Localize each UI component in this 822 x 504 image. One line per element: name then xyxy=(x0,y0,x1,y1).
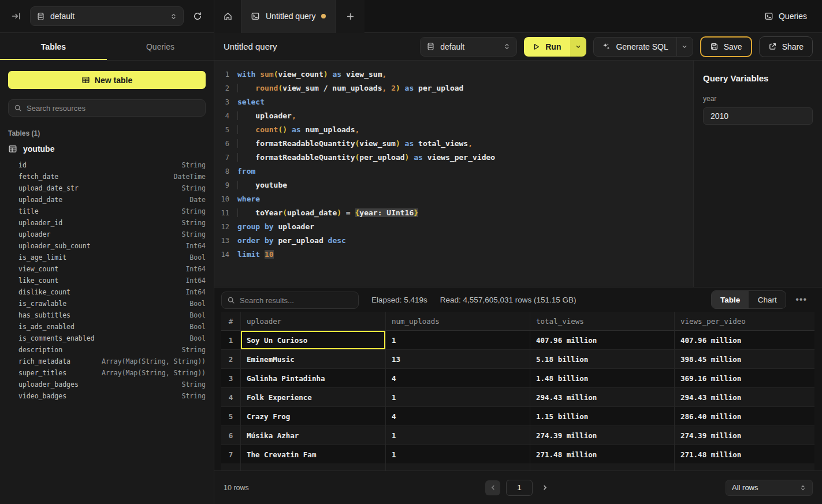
table-cell[interactable]: 286.40 million xyxy=(675,407,814,426)
results-toolbar: Elapsed: 5.419s Read: 4,557,605,031 rows… xyxy=(214,288,822,312)
row-index-cell[interactable]: 1 xyxy=(221,331,241,350)
chevron-down-icon xyxy=(575,43,582,50)
column-item[interactable]: is_comments_enabledBool xyxy=(8,333,206,344)
column-header-index[interactable]: # xyxy=(221,312,241,331)
table-cell[interactable]: 398.45 million xyxy=(675,350,814,369)
column-type: String xyxy=(181,184,206,192)
table-cell[interactable]: 4 xyxy=(386,369,530,388)
column-item[interactable]: uploader_sub_countInt64 xyxy=(8,240,206,252)
new-table-button[interactable]: New table xyxy=(8,71,206,89)
database-selector[interactable]: default xyxy=(30,6,184,26)
save-button[interactable]: Save xyxy=(700,36,752,57)
table-cell[interactable]: 13 xyxy=(386,350,530,369)
table-cell[interactable]: EminemMusic xyxy=(241,350,386,369)
query-variables-title: Query Variables xyxy=(703,73,813,83)
column-header-views-per-video[interactable]: views_per_video xyxy=(675,312,814,331)
column-item[interactable]: descriptionString xyxy=(8,344,206,356)
query-database-selector[interactable]: default xyxy=(420,37,517,57)
table-cell[interactable]: 271.48 million xyxy=(530,445,675,464)
column-item[interactable]: is_age_limitBool xyxy=(8,252,206,263)
table-cell[interactable]: 1.48 billion xyxy=(530,369,675,388)
row-index-cell[interactable]: 4 xyxy=(221,388,241,407)
table-item-youtube[interactable]: youtube xyxy=(8,144,206,154)
table-cell[interactable]: Músika Azhar xyxy=(241,426,386,445)
column-item[interactable]: view_countInt64 xyxy=(8,263,206,275)
share-button[interactable]: Share xyxy=(759,36,813,57)
table-cell[interactable]: 1.15 billion xyxy=(530,407,675,426)
column-item[interactable]: has_subtitlesBool xyxy=(8,309,206,321)
refresh-button[interactable] xyxy=(189,8,206,24)
view-toggle-chart[interactable]: Chart xyxy=(749,291,786,308)
column-item[interactable]: dislike_countInt64 xyxy=(8,286,206,298)
table-cell[interactable]: 1 xyxy=(386,426,530,445)
table-cell[interactable]: Soy Un Curioso xyxy=(241,331,386,350)
table-cell[interactable]: 5.18 billion xyxy=(530,350,675,369)
column-header-uploader[interactable]: uploader xyxy=(241,312,386,331)
home-button[interactable] xyxy=(214,0,241,33)
table-cell[interactable]: Galinha Pintadinha xyxy=(241,369,386,388)
code-line: 5 count() as num_uploads, xyxy=(214,123,693,137)
queries-button[interactable]: Queries xyxy=(764,12,807,21)
collapse-sidebar-button[interactable] xyxy=(8,8,24,24)
column-item[interactable]: uploader_badgesString xyxy=(8,379,206,390)
column-name: uploader_sub_count xyxy=(18,242,91,250)
table-cell[interactable]: 271.48 million xyxy=(675,445,814,464)
table-cell[interactable]: Crazy Frog xyxy=(241,407,386,426)
column-header-total-views[interactable]: total_views xyxy=(530,312,675,331)
current-page-indicator[interactable]: 1 xyxy=(506,480,533,496)
table-cell[interactable]: 274.39 million xyxy=(675,426,814,445)
line-number: 5 xyxy=(214,123,229,137)
variable-input-year[interactable] xyxy=(703,107,813,125)
column-item[interactable]: titleString xyxy=(8,206,206,217)
share-button-label: Share xyxy=(782,42,804,51)
table-cell[interactable]: 294.43 million xyxy=(675,388,814,407)
column-item[interactable]: is_crawlableBool xyxy=(8,298,206,309)
column-item[interactable]: super_titlesArray(Map(String, String)) xyxy=(8,367,206,379)
column-item[interactable]: video_badgesString xyxy=(8,390,206,402)
column-item[interactable]: like_countInt64 xyxy=(8,275,206,286)
page-size-selector[interactable]: All rows xyxy=(726,480,813,496)
row-index-cell[interactable]: 2 xyxy=(221,350,241,369)
new-tab-button[interactable] xyxy=(336,0,364,33)
table-cell[interactable]: 407.96 million xyxy=(530,331,675,350)
column-item[interactable]: uploaderString xyxy=(8,229,206,240)
column-item[interactable]: rich_metadataArray(Map(String, String)) xyxy=(8,356,206,367)
column-item[interactable]: fetch_dateDateTime xyxy=(8,171,206,182)
generate-sql-options-button[interactable] xyxy=(676,38,693,56)
row-index-cell[interactable]: 3 xyxy=(221,369,241,388)
table-cell[interactable]: The Crevatin Fam xyxy=(241,445,386,464)
table-cell[interactable]: 407.96 million xyxy=(675,331,814,350)
results-search-input[interactable] xyxy=(240,296,353,305)
run-options-button[interactable] xyxy=(570,37,586,57)
table-cell[interactable]: 369.16 million xyxy=(675,369,814,388)
next-page-button[interactable] xyxy=(538,480,551,495)
table-cell[interactable]: 4 xyxy=(386,407,530,426)
database-icon xyxy=(36,12,45,21)
table-cell[interactable]: 1 xyxy=(386,331,530,350)
resource-search-input[interactable] xyxy=(27,104,200,113)
table-cell[interactable]: 1 xyxy=(386,445,530,464)
previous-page-button[interactable] xyxy=(485,480,500,495)
query-tab[interactable]: Untitled query xyxy=(241,0,336,33)
chevron-right-icon xyxy=(542,484,548,491)
column-item[interactable]: idString xyxy=(8,159,206,171)
column-header-num-uploads[interactable]: num_uploads xyxy=(386,312,530,331)
row-index-cell[interactable]: 5 xyxy=(221,407,241,426)
sidebar-tab-queries[interactable]: Queries xyxy=(107,33,214,60)
sql-editor[interactable]: 1with sum(view_count) as view_sum,2 roun… xyxy=(214,61,693,287)
run-button[interactable]: Run xyxy=(524,37,570,57)
column-item[interactable]: upload_dateDate xyxy=(8,194,206,206)
view-toggle-table[interactable]: Table xyxy=(712,291,749,308)
table-cell[interactable]: 274.39 million xyxy=(530,426,675,445)
row-index-cell[interactable]: 7 xyxy=(221,445,241,464)
column-item[interactable]: is_ads_enabledBool xyxy=(8,321,206,333)
column-item[interactable]: upload_date_strString xyxy=(8,182,206,194)
column-item[interactable]: uploader_idString xyxy=(8,217,206,229)
table-cell[interactable]: 294.43 million xyxy=(530,388,675,407)
table-cell[interactable]: 1 xyxy=(386,388,530,407)
row-index-cell[interactable]: 6 xyxy=(221,426,241,445)
sidebar-tab-tables[interactable]: Tables xyxy=(0,33,107,60)
table-cell[interactable]: Folk Experience xyxy=(241,388,386,407)
more-options-button[interactable]: ••• xyxy=(795,294,807,305)
generate-sql-button[interactable]: Generate SQL xyxy=(594,42,676,51)
